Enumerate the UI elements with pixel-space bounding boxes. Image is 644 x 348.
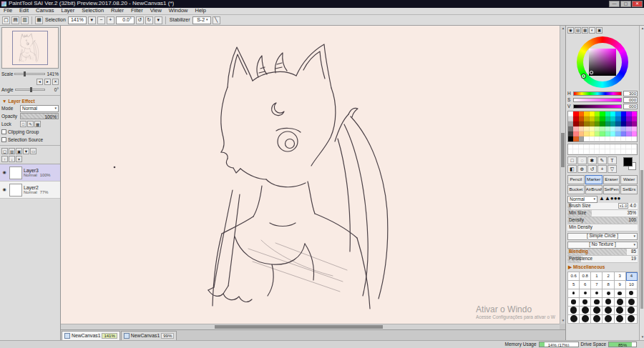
palette-swatch[interactable] — [579, 121, 584, 126]
scroll-up-icon[interactable]: ▲ — [560, 26, 565, 31]
palette-swatch[interactable] — [605, 126, 610, 131]
param-min-density[interactable]: Min Density — [567, 224, 638, 232]
minimize-button[interactable]: — — [609, 1, 620, 7]
selection-tool-icon[interactable]: ▦ — [35, 16, 43, 24]
size-preset[interactable] — [580, 298, 591, 307]
palette-swatch[interactable] — [568, 144, 573, 149]
size-preset[interactable] — [615, 298, 626, 307]
palette-swatch[interactable] — [600, 131, 605, 136]
palette-swatch[interactable] — [605, 121, 610, 126]
scroll-down-icon[interactable]: ▼ — [640, 334, 644, 340]
palette-swatch[interactable] — [579, 116, 584, 121]
scale-slider[interactable] — [14, 73, 45, 75]
vertical-scrollbar[interactable]: ▲ ▼ — [560, 26, 565, 324]
navigator-view-rect[interactable] — [12, 31, 48, 64]
move-layer-down-icon[interactable]: ↓ — [9, 156, 15, 162]
palette-swatch[interactable] — [600, 111, 605, 116]
rect-select-icon[interactable]: □ — [567, 156, 577, 164]
palette-swatch[interactable] — [610, 126, 615, 131]
color-wheel-tab-icon[interactable]: ◉ — [567, 27, 574, 34]
brush-texture-select[interactable]: [ No Texture ] ▾ — [567, 242, 638, 249]
menu-selection[interactable]: Selection — [78, 8, 107, 14]
size-preset[interactable] — [626, 289, 638, 298]
stroke-style-icon[interactable]: ╲ — [213, 16, 220, 24]
palette-swatch[interactable] — [632, 149, 637, 154]
palette-swatch[interactable] — [573, 131, 578, 136]
merge-down-icon[interactable]: ▼ — [23, 148, 29, 154]
palette-swatch[interactable] — [615, 121, 620, 126]
palette-swatch[interactable] — [615, 126, 620, 131]
palette-swatch[interactable] — [568, 111, 573, 116]
palette-swatch[interactable] — [584, 144, 589, 149]
palette-swatch[interactable] — [584, 116, 589, 121]
layer-row[interactable]: ◉Layer2Normal77% — [0, 182, 60, 199]
tool-pencil[interactable]: Pencil — [567, 175, 585, 184]
clipping-group-checkbox[interactable] — [1, 129, 6, 134]
scroll-down-icon[interactable]: ▼ — [560, 318, 565, 324]
size-preset[interactable] — [626, 307, 638, 315]
layer-effect-section[interactable]: ▼ Layer Effect — [0, 97, 60, 104]
palette-swatch[interactable] — [610, 116, 615, 121]
palette-swatch[interactable] — [595, 144, 600, 149]
size-preset[interactable] — [591, 315, 602, 324]
size-preset[interactable]: 6 — [580, 281, 591, 289]
palette-swatch[interactable] — [610, 121, 615, 126]
magic-wand-icon[interactable]: ✱ — [587, 156, 597, 164]
hsv-slider-s[interactable] — [573, 98, 622, 102]
text-tool-icon[interactable]: T — [608, 156, 617, 164]
angle-slider[interactable] — [15, 89, 45, 91]
size-preset[interactable] — [580, 289, 591, 298]
palette-swatch[interactable] — [568, 149, 573, 154]
palette-swatch[interactable] — [632, 131, 637, 136]
zoom-dropdown-icon[interactable]: ▾ — [88, 16, 96, 24]
palette-swatch[interactable] — [600, 126, 605, 131]
palette-swatch[interactable] — [626, 136, 631, 141]
grid-view-icon[interactable]: ▥ — [21, 16, 29, 24]
size-preset[interactable] — [626, 298, 638, 307]
tool-marker[interactable]: Marker — [585, 175, 602, 184]
palette-swatch[interactable] — [626, 149, 631, 154]
palette-swatch[interactable] — [584, 111, 589, 116]
size-preset[interactable] — [602, 298, 614, 307]
tool-selers[interactable]: SelErs — [620, 185, 638, 194]
palette-swatch[interactable] — [600, 116, 605, 121]
menu-view[interactable]: View — [147, 8, 165, 14]
hsv-slider-v[interactable] — [573, 104, 622, 109]
horizontal-scrollbar[interactable] — [61, 324, 560, 329]
palette-swatch[interactable] — [579, 149, 584, 154]
sv-cursor[interactable] — [590, 71, 593, 74]
close-button[interactable]: ✕ — [632, 1, 643, 7]
palette-swatch[interactable] — [610, 136, 615, 141]
palette-swatch[interactable] — [610, 144, 615, 149]
brush-tip-icon[interactable]: ● — [618, 195, 621, 202]
palette-swatch[interactable] — [584, 149, 589, 154]
tool-airbrush[interactable]: AirBrush — [585, 185, 602, 194]
palette-swatch[interactable] — [579, 111, 584, 116]
palette-swatch[interactable] — [590, 144, 595, 149]
menu-edit[interactable]: Edit — [16, 8, 32, 14]
size-preset[interactable] — [591, 289, 602, 298]
scale-slider-thumb[interactable] — [24, 71, 26, 76]
palette-swatch[interactable] — [600, 136, 605, 141]
angle-value[interactable]: 0.0° — [116, 16, 135, 24]
palette-swatch[interactable] — [621, 121, 626, 126]
palette-swatch[interactable] — [595, 149, 600, 154]
palette-swatch[interactable] — [605, 131, 610, 136]
palette-swatch[interactable] — [579, 144, 584, 149]
tool-water[interactable]: Water — [620, 175, 638, 184]
size-preset[interactable] — [615, 315, 626, 324]
palette-swatch[interactable] — [568, 121, 573, 126]
palette-swatch[interactable] — [584, 131, 589, 136]
size-preset[interactable]: 8 — [602, 281, 614, 289]
param-unit[interactable]: x1.0 — [618, 203, 628, 209]
palette-swatch[interactable] — [573, 149, 578, 154]
brush-blend-select[interactable]: Normal ▾ — [567, 196, 597, 203]
size-preset[interactable] — [568, 315, 580, 324]
layer-mode-select[interactable]: Normal ▾ — [20, 105, 59, 112]
palette-swatch[interactable] — [605, 144, 610, 149]
scratchpad-tab-icon[interactable]: ▣ — [596, 27, 602, 34]
scroll-up-icon[interactable]: ▲ — [640, 26, 644, 31]
palette-swatch[interactable] — [626, 131, 631, 136]
size-preset[interactable] — [568, 298, 580, 307]
lasso-icon[interactable]: ◌ — [577, 156, 587, 164]
